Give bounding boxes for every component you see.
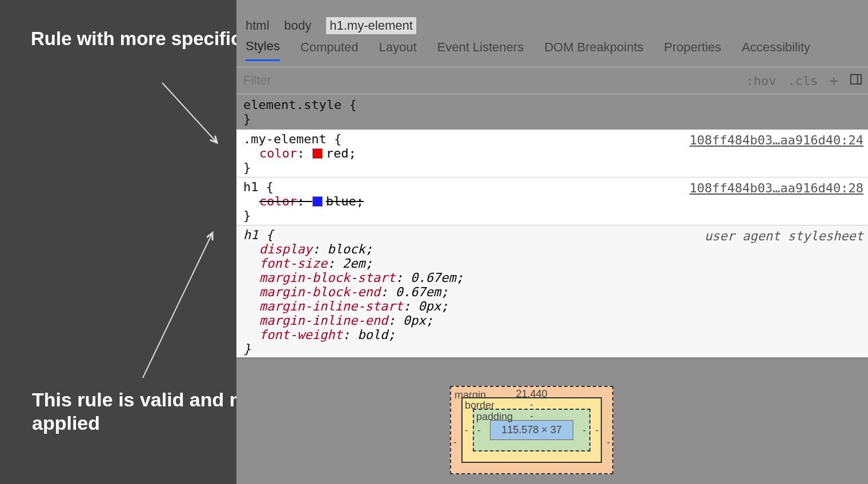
colon: : [297, 146, 312, 160]
css-value: block [327, 242, 365, 256]
declaration-overridden[interactable]: color: blue; [243, 194, 861, 208]
brace-open: { [259, 228, 274, 242]
brace-open: { [259, 180, 274, 194]
hov-toggle[interactable]: :hov [740, 74, 782, 88]
declaration: margin-inline-start: 0px; [243, 299, 861, 313]
tab-styles[interactable]: Styles [246, 39, 280, 61]
tab-dom-breakpoints[interactable]: DOM Breakpoints [544, 40, 644, 61]
css-property: margin-block-end [259, 285, 380, 299]
tab-event-listeners[interactable]: Event Listeners [437, 40, 524, 61]
breadcrumb-body[interactable]: body [284, 18, 312, 33]
toggle-sidebar-icon[interactable] [844, 73, 868, 88]
rule-h1-overridden[interactable]: 108ff484b03…aa916d40:28 h1 { color: blue… [236, 178, 868, 225]
css-value: blue [326, 194, 356, 208]
semicolon: ; [348, 146, 356, 160]
tab-bar: Styles Computed Layout Event Listeners D… [236, 29, 868, 67]
box-model-padding-top: - [530, 411, 533, 421]
rule-my-element[interactable]: 108ff484b03…aa916d40:24 .my-element { co… [236, 130, 868, 178]
css-value: 0.67em [395, 285, 440, 299]
svg-rect-2 [851, 74, 861, 84]
selector-text: h1 [243, 180, 259, 194]
declaration: margin-inline-end: 0px; [243, 313, 861, 328]
css-value: 0px [418, 299, 441, 313]
css-property: margin-block-start [259, 271, 395, 285]
box-model-border-right: - [596, 425, 598, 435]
brace-close: } [243, 160, 251, 175]
tab-accessibility[interactable]: Accessibility [742, 40, 810, 61]
css-value: red [326, 146, 349, 160]
brace-close: } [243, 208, 251, 223]
user-agent-label: user agent stylesheet [705, 229, 863, 243]
rule-source-link[interactable]: 108ff484b03…aa916d40:28 [689, 181, 863, 195]
declaration: font-size: 2em; [243, 256, 861, 271]
element-style-rule[interactable]: element.style { } [236, 94, 868, 130]
brace-close: } [243, 342, 251, 356]
tab-properties[interactable]: Properties [664, 40, 721, 61]
element-style-selector: element.style [243, 98, 341, 112]
color-swatch-blue[interactable] [312, 196, 323, 207]
cls-toggle[interactable]: .cls [782, 74, 823, 88]
box-model-border-left: - [465, 425, 468, 435]
css-value: 2em [343, 256, 365, 271]
css-property: color [259, 146, 297, 160]
box-model-margin-left: - [453, 437, 456, 447]
css-value: 0.67em [411, 271, 456, 285]
brace-open: { [349, 98, 356, 112]
svg-line-0 [162, 83, 217, 143]
css-property: font-weight [259, 328, 343, 342]
declaration: display: block; [243, 242, 861, 256]
box-model-diagram[interactable]: margin 21.440 border - padding - - - 115… [450, 386, 613, 474]
brace-open: { [327, 132, 342, 146]
semicolon: ; [356, 194, 364, 208]
tab-computed[interactable]: Computed [300, 40, 359, 61]
breadcrumb-h1-my-element[interactable]: h1.my-element [326, 17, 416, 34]
css-property: color [259, 194, 297, 208]
box-model-padding-label: padding [476, 411, 513, 423]
breadcrumb-html[interactable]: html [246, 18, 270, 33]
box-model-content: 115.578 × 37 [490, 420, 573, 440]
css-value: 0px [403, 313, 426, 328]
filter-bar: :hov .cls + [236, 67, 868, 94]
new-style-rule-button[interactable]: + [823, 72, 844, 89]
selector-text: .my-element [243, 132, 327, 146]
rule-user-agent: user agent stylesheet h1 { display: bloc… [236, 225, 868, 359]
breadcrumb-bar: html body h1.my-element [236, 0, 868, 29]
devtools-panel: html body h1.my-element Styles Computed … [236, 0, 868, 484]
box-model-margin-right: - [607, 437, 610, 447]
css-property: display [259, 242, 312, 256]
brace-close: } [243, 112, 251, 126]
selector-text: h1 [243, 228, 259, 242]
tab-layout[interactable]: Layout [379, 40, 416, 61]
colon: : [297, 194, 312, 208]
svg-line-1 [143, 233, 212, 378]
declaration[interactable]: color: red; [243, 146, 861, 160]
rule-source-link[interactable]: 108ff484b03…aa916d40:24 [689, 133, 863, 147]
color-swatch-red[interactable] [312, 148, 323, 159]
declaration: margin-block-end: 0.67em; [243, 285, 861, 299]
css-property: margin-inline-end [259, 313, 388, 328]
declaration: font-weight: bold; [243, 328, 861, 342]
declaration: margin-block-start: 0.67em; [243, 271, 861, 285]
styles-filter-input[interactable] [236, 67, 740, 94]
css-value: bold [357, 328, 388, 342]
css-property: font-size [259, 256, 327, 271]
css-property: margin-inline-start [259, 299, 403, 313]
box-model-padding-left: - [477, 425, 480, 435]
box-model-padding-right: - [583, 425, 586, 435]
